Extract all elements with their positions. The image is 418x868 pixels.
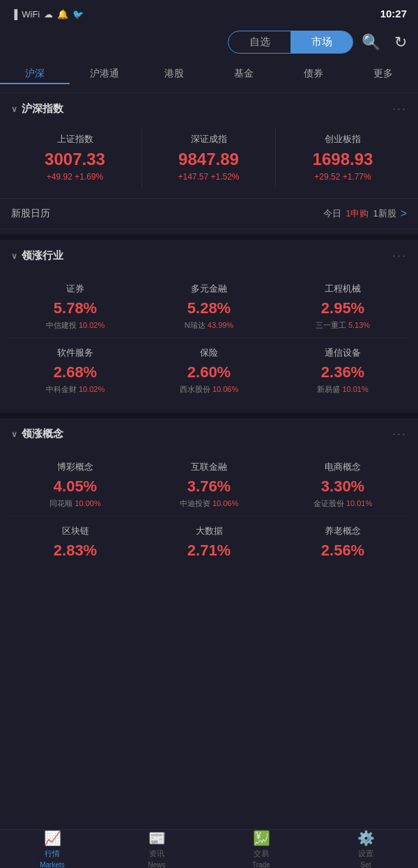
bottom-tab-sublabel: Markets <box>40 861 65 869</box>
sector-name: 电商概念 <box>279 461 407 473</box>
sector-name: 保险 <box>145 347 273 359</box>
bottom-tab-icon: 📰 <box>148 830 166 846</box>
bottom-tab-label: 交易 <box>254 849 269 859</box>
top-nav-icons: 🔍 ↻ <box>362 33 407 52</box>
sector-pct: 2.83% <box>11 542 139 560</box>
concept-section: ∨ 领涨概念 ··· 博彩概念 4.05% 同花顺 10.00% 互联金融 3.… <box>0 418 418 581</box>
section-divider-1 <box>0 235 418 240</box>
bottom-tab-sublabel: Set <box>360 861 371 869</box>
new-stock-arrow-icon: > <box>401 207 407 220</box>
sector-pct: 3.30% <box>279 478 407 496</box>
industry-section-title: ∨ 领涨行业 <box>11 249 63 262</box>
status-bar: ▐ WiFi ☁ 🔔 🐦 10:27 <box>0 0 418 25</box>
sector-pct: 2.60% <box>145 363 273 381</box>
sector-card[interactable]: 大数据 2.71% <box>142 516 276 569</box>
industry-more-icon[interactable]: ··· <box>392 248 407 263</box>
new-stock-info: 今日 1申购 1新股 > <box>323 207 407 220</box>
sector-card[interactable]: 电商概念 3.30% 金证股份 10.01% <box>276 452 410 516</box>
index-name-2: 创业板指 <box>279 133 407 145</box>
sector-pct: 2.71% <box>145 542 273 560</box>
index-chevron-icon[interactable]: ∨ <box>11 104 17 114</box>
sector-pct: 3.76% <box>145 478 273 496</box>
index-change-2: +29.52 +1.77% <box>279 172 407 182</box>
sector-leader: 中信建投 10.02% <box>11 320 139 331</box>
new-stock-suffix: 1新股 <box>373 207 396 220</box>
status-time: 10:27 <box>380 8 407 20</box>
sector-card[interactable]: 通信设备 2.36% 新易盛 10.01% <box>276 338 410 402</box>
cat-tab-ganggu[interactable]: 港股 <box>139 65 209 84</box>
sector-leader: 西水股份 10.06% <box>145 384 273 395</box>
sector-name: 证券 <box>11 283 139 295</box>
bottom-tab-icon: 📈 <box>44 830 61 846</box>
tab-market[interactable]: 市场 <box>291 31 353 53</box>
bottom-tab-sublabel: Trade <box>252 861 270 869</box>
sector-card[interactable]: 证券 5.78% 中信建投 10.02% <box>8 274 142 338</box>
index-value-2: 1698.93 <box>279 150 407 169</box>
sector-card[interactable]: 保险 2.60% 西水股份 10.06% <box>142 338 276 402</box>
cat-tab-gengduo[interactable]: 更多 <box>348 65 418 84</box>
sector-name: 通信设备 <box>279 347 407 359</box>
sector-name: 工程机械 <box>279 283 407 295</box>
bottom-tab-label: 资讯 <box>149 849 164 859</box>
sector-card[interactable]: 互联金融 3.76% 中迪投资 10.06% <box>142 452 276 516</box>
search-icon[interactable]: 🔍 <box>362 33 380 52</box>
index-section-header: ∨ 沪深指数 ··· <box>0 93 418 122</box>
section-divider-2 <box>0 413 418 418</box>
twitter-icon: 🐦 <box>72 9 84 19</box>
sector-leader: N瑞达 43.99% <box>145 320 273 331</box>
sector-card[interactable]: 软件服务 2.68% 中科金财 10.02% <box>8 338 142 402</box>
index-value-1: 9847.89 <box>145 150 272 169</box>
sector-pct: 2.36% <box>279 363 407 381</box>
index-card-chuangye[interactable]: 创业板指 1698.93 +29.52 +1.77% <box>276 127 410 187</box>
concept-more-icon[interactable]: ··· <box>392 427 407 441</box>
sector-pct: 5.78% <box>11 299 139 317</box>
index-section-title: ∨ 沪深指数 <box>11 102 63 116</box>
sector-leader: 新易盛 10.01% <box>279 384 407 395</box>
industry-grid: 证券 5.78% 中信建投 10.02% 多元金融 5.28% N瑞达 43.9… <box>0 269 418 413</box>
industry-section: ∨ 领涨行业 ··· 证券 5.78% 中信建投 10.02% 多元金融 5.2… <box>0 240 418 413</box>
index-change-0: +49.92 +1.69% <box>11 172 139 182</box>
cat-tab-husheng[interactable]: 沪深 <box>0 65 70 84</box>
sector-name: 互联金融 <box>145 461 273 473</box>
sector-pct: 2.68% <box>11 363 139 381</box>
bottom-tab-sublabel: News <box>148 861 165 869</box>
new-stock-banner[interactable]: 新股日历 今日 1申购 1新股 > <box>0 198 418 229</box>
concept-chevron-icon[interactable]: ∨ <box>11 429 17 439</box>
sector-card[interactable]: 养老概念 2.56% <box>276 516 410 569</box>
sector-card[interactable]: 工程机械 2.95% 三一重工 5.13% <box>276 274 410 338</box>
sector-card[interactable]: 区块链 2.83% <box>8 516 142 569</box>
index-cards: 上证指数 3007.33 +49.92 +1.69% 深证成指 9847.89 … <box>0 122 418 198</box>
sector-name: 博彩概念 <box>11 461 139 473</box>
cat-tab-hugangtong[interactable]: 沪港通 <box>70 65 139 84</box>
bottom-tab-设置[interactable]: ⚙️ 设置 Set <box>314 830 418 868</box>
signal-icon: ▐ <box>11 9 17 19</box>
wifi-icon: WiFi <box>22 9 40 19</box>
index-name-1: 深证成指 <box>145 133 272 145</box>
sector-leader: 中科金财 10.02% <box>11 384 139 395</box>
concept-section-header: ∨ 领涨概念 ··· <box>0 418 418 447</box>
cat-tab-zhaiquan[interactable]: 债券 <box>279 65 348 84</box>
sector-card[interactable]: 多元金融 5.28% N瑞达 43.99% <box>142 274 276 338</box>
refresh-icon[interactable]: ↻ <box>394 33 407 52</box>
sector-name: 区块链 <box>11 525 139 537</box>
bottom-tab-交易[interactable]: 💹 交易 Trade <box>209 830 314 868</box>
concept-grid: 博彩概念 4.05% 同花顺 10.00% 互联金融 3.76% 中迪投资 10… <box>0 447 418 581</box>
new-stock-prefix: 今日 <box>323 207 341 220</box>
index-card-shenzhen[interactable]: 深证成指 9847.89 +147.57 +1.52% <box>142 127 276 187</box>
sector-pct: 5.28% <box>145 299 273 317</box>
notification-icon: 🔔 <box>57 9 68 19</box>
index-change-1: +147.57 +1.52% <box>145 172 272 182</box>
bottom-tab-icon: ⚙️ <box>357 830 375 846</box>
industry-chevron-icon[interactable]: ∨ <box>11 251 17 261</box>
category-tabs: 沪深 沪港通 港股 基金 债券 更多 <box>0 59 418 93</box>
sector-card[interactable]: 博彩概念 4.05% 同花顺 10.00% <box>8 452 142 516</box>
bottom-tab-label: 行情 <box>45 849 60 859</box>
sector-pct: 2.56% <box>279 542 407 560</box>
index-card-shangheng[interactable]: 上证指数 3007.33 +49.92 +1.69% <box>8 127 142 187</box>
bottom-tab-行情[interactable]: 📈 行情 Markets <box>0 830 104 868</box>
index-more-icon[interactable]: ··· <box>392 102 407 116</box>
new-stock-count: 1申购 <box>346 207 369 220</box>
tab-watchlist[interactable]: 自选 <box>229 31 291 53</box>
cat-tab-jijin[interactable]: 基金 <box>209 65 279 84</box>
bottom-tab-资讯[interactable]: 📰 资讯 News <box>104 830 209 868</box>
